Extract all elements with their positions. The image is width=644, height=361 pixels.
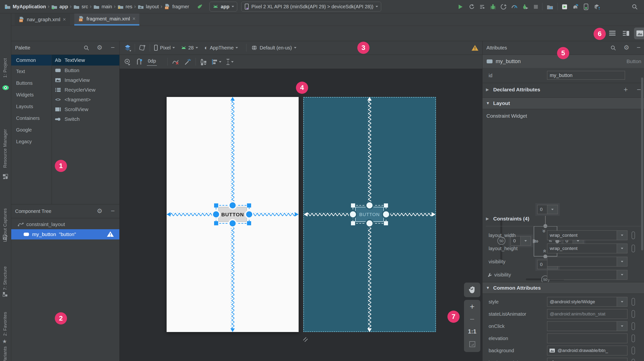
breadcrumb-project[interactable]: MyApplication <box>4 4 46 10</box>
attr-flag[interactable] <box>632 232 635 239</box>
hide-panel-icon[interactable]: − <box>109 207 116 214</box>
attr-flag[interactable] <box>632 347 635 354</box>
attr-flag[interactable] <box>632 322 635 330</box>
palette-item-recyclerview[interactable]: RecyclerView <box>52 85 119 95</box>
breadcrumb-layout[interactable]: layout <box>138 4 159 10</box>
device-selector[interactable]: Pixel 2 XL API 28 (minSdk(API 29) > devi… <box>241 2 381 12</box>
search-icon[interactable] <box>610 44 617 52</box>
zoom-actual-button[interactable]: 1:1 <box>464 325 480 338</box>
layout-section-header[interactable]: ▼ Layout <box>482 98 644 109</box>
palette-category-google[interactable]: Google <box>11 124 52 136</box>
breadcrumb-main[interactable]: main <box>93 4 112 10</box>
run-config-selector[interactable]: app <box>210 2 237 12</box>
palette-category-buttons[interactable]: Buttons <box>11 77 52 89</box>
hide-panel-icon[interactable]: − <box>109 44 116 51</box>
palette-category-widgets[interactable]: Widgets <box>11 89 52 100</box>
code-view-icon[interactable] <box>607 28 618 38</box>
search-icon[interactable] <box>83 44 90 52</box>
infer-constraints-icon[interactable] <box>184 58 192 66</box>
design-view-icon[interactable] <box>634 28 644 39</box>
palette-category-layouts[interactable]: Layouts <box>11 100 52 112</box>
palette-category-text[interactable]: Text <box>11 66 52 77</box>
elevation-field[interactable] <box>547 334 628 343</box>
palette-item-textview[interactable]: Ab TextView <box>52 55 119 66</box>
logcat-button[interactable] <box>560 2 569 11</box>
gear-icon[interactable]: ⚙ <box>96 207 103 214</box>
constraints-section[interactable]: ▶ Constraints (4) <box>482 213 644 226</box>
palette-item-imageview[interactable]: ImageView <box>52 75 119 85</box>
canvas-resize-handle[interactable] <box>302 336 308 343</box>
apply-changes-restart-button[interactable] <box>521 2 530 11</box>
tab-nav-graph[interactable]: <> nav_graph.xml × <box>14 14 70 25</box>
split-view-icon[interactable] <box>621 28 631 38</box>
apply-code-changes-button[interactable] <box>478 2 487 11</box>
pan-button[interactable] <box>464 282 480 297</box>
device-dropdown[interactable]: Pixel <box>154 43 175 52</box>
zoom-in-button[interactable]: + <box>464 300 480 313</box>
breadcrumb-app[interactable]: app <box>51 4 68 10</box>
stop-button[interactable] <box>532 2 540 11</box>
device-manager-button[interactable] <box>582 2 590 11</box>
layout-height-combo[interactable]: wrap_content <box>547 244 628 253</box>
palette-category-common[interactable]: Common <box>11 55 52 66</box>
palette-item-switch[interactable]: Switch <box>52 114 119 124</box>
device-file-explorer-button[interactable] <box>546 2 554 11</box>
palette-category-legacy[interactable]: Legacy <box>11 136 52 147</box>
design-surface-icon[interactable] <box>123 43 132 52</box>
guidelines-icon[interactable] <box>226 58 236 66</box>
backgroundtint-field[interactable] <box>547 358 628 361</box>
onclick-combo[interactable] <box>547 321 628 331</box>
hide-panel-icon[interactable]: − <box>635 44 642 51</box>
palette-category-containers[interactable]: Containers <box>11 112 52 124</box>
tools-visibility-combo[interactable] <box>547 270 628 280</box>
attr-flag[interactable] <box>632 334 635 342</box>
visibility-combo[interactable] <box>547 257 628 266</box>
debug-button[interactable] <box>488 2 497 11</box>
palette-item-fragment[interactable]: <> <fragment> <box>52 95 119 104</box>
breadcrumb-src[interactable]: src <box>73 4 88 10</box>
gear-icon[interactable]: ⚙ <box>96 44 103 51</box>
breadcrumb-res[interactable]: res <box>118 4 132 10</box>
gear-icon[interactable]: ⚙ <box>623 44 630 51</box>
attr-flag[interactable] <box>632 244 635 252</box>
sdk-manager-button[interactable] <box>592 2 601 11</box>
style-combo[interactable]: @android:style/Widge <box>547 297 628 307</box>
tab-fragment-main[interactable]: <> fragment_main.xml × <box>74 14 139 26</box>
default-margins-button[interactable]: 0dp <box>147 58 157 66</box>
orientation-icon[interactable] <box>138 43 147 52</box>
design-view-phone[interactable]: BUTTON <box>166 97 298 332</box>
palette-item-button[interactable]: Button <box>52 66 119 75</box>
tool-window-structure[interactable]: 7: Structure <box>3 256 8 290</box>
tool-window-build-variants[interactable]: Build Variants <box>3 348 8 361</box>
tool-window-project[interactable]: 1: Project <box>3 30 8 78</box>
gradle-sync-button[interactable] <box>571 2 580 11</box>
zoom-to-fit-button[interactable] <box>464 338 480 350</box>
build-icon[interactable] <box>195 2 205 12</box>
api-level-dropdown[interactable]: 28 <box>181 43 198 52</box>
autoconnect-icon[interactable] <box>135 58 144 66</box>
statelistanimator-field[interactable]: @android:anim/button_stat <box>547 309 628 319</box>
pack-icon[interactable] <box>199 58 208 66</box>
attr-flag[interactable] <box>632 359 635 361</box>
search-everywhere-icon[interactable] <box>630 2 639 11</box>
run-button[interactable] <box>456 2 465 11</box>
palette-item-scrollview[interactable]: ScrollView <box>52 104 119 114</box>
tree-row-my-button[interactable]: my_button "button" <box>11 229 119 240</box>
close-icon[interactable]: × <box>132 16 136 22</box>
tree-row-constraint-layout[interactable]: constraint_layout <box>11 220 119 229</box>
view-options-icon[interactable] <box>123 58 132 66</box>
attr-flag[interactable] <box>632 310 635 318</box>
attach-debugger-button[interactable] <box>499 2 508 11</box>
align-icon[interactable] <box>212 58 222 66</box>
common-attributes-section-header[interactable]: ▼ Common Attributes <box>482 282 644 294</box>
blueprint-view-phone[interactable]: BUTTON <box>303 97 436 332</box>
zoom-out-button[interactable]: − <box>464 313 480 325</box>
attr-flag[interactable] <box>632 298 635 306</box>
tool-window-favorites[interactable]: 2: Favorites <box>3 304 8 336</box>
layout-width-combo[interactable]: wrap_content <box>547 230 628 240</box>
close-icon[interactable]: × <box>63 16 66 23</box>
design-canvas[interactable]: BUTTON <box>120 69 482 361</box>
add-attribute-icon[interactable]: + <box>622 86 630 94</box>
background-field[interactable]: @android:drawable/btn_ <box>547 346 628 356</box>
attributes-scrollbar[interactable] <box>641 78 643 250</box>
